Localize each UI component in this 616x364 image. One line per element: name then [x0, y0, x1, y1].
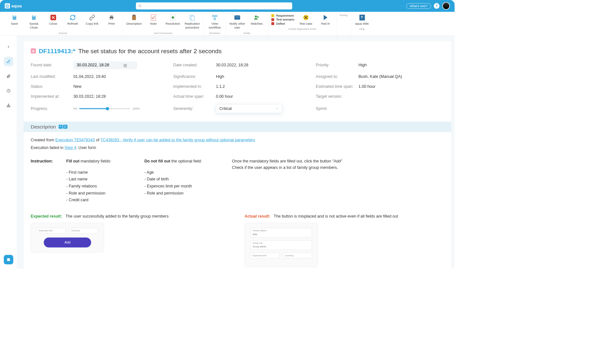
- svg-rect-15: [212, 15, 214, 17]
- found-date-input[interactable]: 30.03.2022, 18:28▦: [73, 61, 137, 69]
- svg-rect-14: [191, 16, 194, 20]
- save-button[interactable]: Save: [5, 13, 24, 31]
- svg-rect-29: [7, 258, 10, 261]
- print-button[interactable]: Print: [102, 13, 121, 31]
- replication-button[interactable]: Replication precedure: [183, 13, 201, 31]
- notify-other-button[interactable]: Notify other user: [228, 13, 247, 31]
- svg-rect-16: [216, 15, 217, 17]
- description-header: Descriprion A文: [24, 121, 451, 132]
- svg-point-19: [255, 15, 257, 17]
- svg-rect-6: [110, 15, 113, 17]
- brand-text: aqua: [11, 4, 21, 8]
- wiki-button[interactable]: ?aqua Wiki: [353, 13, 371, 27]
- copy-link-button[interactable]: Copy link: [83, 13, 101, 31]
- collapse-button[interactable]: [4, 42, 13, 52]
- svg-rect-30: [32, 51, 34, 52]
- ribbon: Save Save& Close Close Refresh Copy link…: [0, 12, 455, 35]
- svg-point-12: [172, 16, 174, 19]
- svg-point-26: [7, 106, 7, 107]
- help-button[interactable]: ?: [434, 3, 440, 9]
- expected-mock: Expenses limit Currency Add: [31, 223, 104, 252]
- svg-rect-3: [33, 15, 35, 16]
- svg-point-25: [8, 104, 9, 104]
- avatar[interactable]: [442, 2, 450, 10]
- save-icon: [11, 14, 17, 21]
- svg-rect-7: [110, 18, 113, 20]
- workflow-icon: [212, 14, 218, 21]
- wiki-icon: ?: [359, 14, 365, 21]
- sidebar-history[interactable]: [4, 86, 13, 95]
- play-icon: [323, 14, 328, 21]
- sidebar-hierarchy[interactable]: [4, 101, 13, 110]
- svg-point-28: [8, 106, 9, 107]
- whats-new-button[interactable]: What's new?: [406, 3, 431, 9]
- ribbon-group-label: Add Enclosures: [154, 31, 172, 35]
- logo-mark-icon: ⊡: [5, 3, 10, 8]
- severity-select[interactable]: Critical: [216, 104, 282, 113]
- ribbon-group-label: Workflow: [210, 31, 220, 35]
- description-button[interactable]: Description: [125, 13, 143, 31]
- hierarchy-icon: [6, 103, 11, 107]
- actual-mock: Family relationWife Group roleGroup admi…: [244, 223, 318, 267]
- refresh-icon: [70, 14, 76, 21]
- attachment-icon: [6, 74, 11, 78]
- execution-link[interactable]: Execution TE5478343: [56, 137, 95, 142]
- defect-id[interactable]: DF1119413:*: [39, 47, 75, 54]
- save-close-button[interactable]: Save& Close: [25, 13, 43, 31]
- close-icon: [50, 15, 56, 21]
- sidebar-attach[interactable]: [4, 71, 13, 81]
- defect-title: The set status for the account resets af…: [78, 47, 222, 54]
- close-button[interactable]: Close: [44, 13, 63, 31]
- defect-card: DF1119413:* The set status for the accou…: [24, 41, 451, 269]
- svg-point-20: [257, 16, 259, 18]
- ribbon-group-label: Create dependent event: [288, 27, 316, 31]
- testcase-link[interactable]: TC438293 - Verify if user can be added t…: [100, 137, 255, 142]
- mock-add-button: Add: [44, 237, 91, 247]
- svg-line-1: [141, 6, 141, 7]
- dep-defect[interactable]: Defect: [271, 22, 294, 25]
- note-icon: [151, 14, 156, 21]
- lang-badge[interactable]: 文: [63, 125, 67, 129]
- lang-badge[interactable]: A: [59, 125, 62, 129]
- progress-slider[interactable]: 0% 100%: [73, 107, 140, 110]
- resolution-icon: [170, 14, 175, 21]
- resolution-button[interactable]: Resolution: [164, 13, 182, 31]
- step-link[interactable]: Step 4: [64, 145, 76, 150]
- search-icon: [138, 4, 141, 7]
- sidebar: [0, 35, 17, 269]
- note-button[interactable]: Note: [144, 13, 163, 31]
- ribbon-group-label: Actions: [59, 31, 67, 35]
- sidebar-edit[interactable]: [4, 57, 13, 66]
- calendar-icon: ▦: [124, 62, 127, 67]
- clock-icon: [6, 88, 11, 93]
- save-close-icon: [31, 14, 37, 21]
- svg-rect-17: [214, 18, 216, 20]
- ribbon-group-label: Notify: [244, 31, 250, 35]
- mail-icon: [234, 15, 240, 20]
- test-it-button[interactable]: Test it!: [316, 13, 335, 27]
- view-workflow-button[interactable]: View workflow: [206, 13, 224, 31]
- dep-requirement[interactable]: Requirement: [271, 14, 294, 17]
- print-icon: [108, 14, 115, 21]
- watches-button[interactable]: Watches: [247, 13, 266, 31]
- dep-test-scenario[interactable]: Test scenario: [271, 18, 294, 21]
- search-input[interactable]: [136, 2, 292, 9]
- refresh-button[interactable]: Refresh: [64, 13, 82, 31]
- svg-rect-8: [132, 15, 136, 20]
- chevron-left-icon: [6, 45, 10, 49]
- lock-icon: [31, 48, 36, 54]
- watches-icon: [253, 14, 260, 21]
- logo[interactable]: ⊡ aqua: [5, 3, 22, 8]
- ribbon-group-label: Testing: [339, 13, 348, 17]
- test-case-icon: [303, 14, 309, 21]
- svg-point-0: [139, 5, 141, 7]
- copy-link-icon: [89, 14, 95, 21]
- svg-rect-9: [133, 15, 135, 16]
- test-case-button[interactable]: Test case: [296, 13, 315, 27]
- sidebar-home[interactable]: [4, 255, 13, 265]
- top-bar: ⊡ aqua What's new? ?: [0, 0, 455, 12]
- app-icon: [6, 258, 11, 262]
- svg-text:?: ?: [361, 15, 363, 20]
- chevron-down-icon: [275, 107, 278, 110]
- clipboard-icon: [131, 14, 137, 21]
